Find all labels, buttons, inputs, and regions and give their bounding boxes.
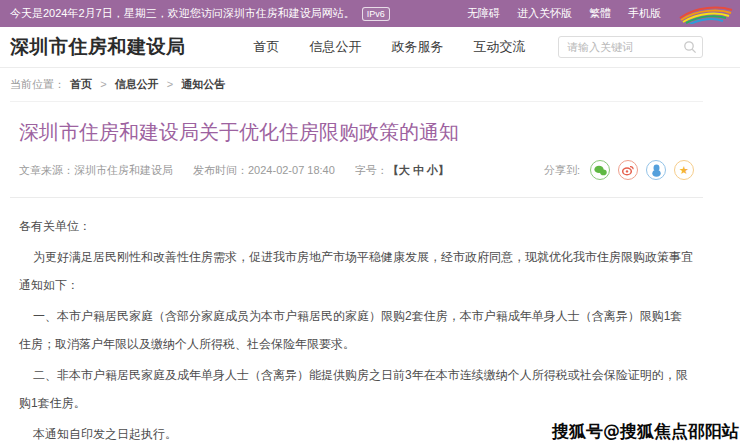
share-favorite-button[interactable]: ★ (674, 160, 694, 180)
breadcrumb: 当前位置： 首页 > 信息公开 > 通知公告 (10, 68, 703, 101)
paragraph-intro: 为更好满足居民刚性和改善性住房需求，促进我市房地产市场平稳健康发展，经市政府同意… (19, 243, 694, 299)
article-source: 文章来源：深圳市住房和建设局 (19, 163, 173, 178)
fontsize-options[interactable]: 【大 中 小】 (388, 164, 449, 176)
ipv6-badge: IPv6 (362, 7, 390, 21)
breadcrumb-separator: > (100, 78, 106, 90)
publish-time: 发布时间：2024-02-07 18:40 (193, 163, 335, 178)
salutation: 各有关单位： (19, 212, 694, 240)
breadcrumb-home[interactable]: 首页 (70, 78, 92, 90)
breadcrumb-notices[interactable]: 通知公告 (181, 78, 225, 90)
traditional-chinese-link[interactable]: 繁體 (589, 6, 611, 21)
topbar: 今天是2024年2月7日，星期三，欢迎您访问深圳市住房和建设局网站。 IPv6 … (0, 0, 740, 27)
search-input[interactable] (558, 36, 703, 58)
search-icon[interactable] (683, 40, 697, 54)
star-icon: ★ (679, 165, 689, 176)
time-value: 2024-02-07 18:40 (248, 164, 335, 176)
share-bar: 分享到: (544, 160, 694, 180)
nav-government-services[interactable]: 政务服务 (392, 38, 444, 56)
site-header: 深圳市住房和建设局 首页 信息公开 政务服务 互动交流 (0, 27, 740, 68)
article-title: 深圳市住房和建设局关于优化住房限购政策的通知 (19, 119, 694, 146)
share-label: 分享到: (544, 163, 580, 178)
accessibility-link[interactable]: 无障碍 (467, 6, 500, 21)
welcome-text: 今天是2024年2月7日，星期三，欢迎您访问深圳市住房和建设局网站。 (10, 6, 355, 21)
fontsize-label: 字号： (355, 164, 388, 176)
rainbow-swoosh-logo-icon (678, 4, 734, 24)
article-meta: 文章来源：深圳市住房和建设局 发布时间：2024-02-07 18:40 字号：… (19, 163, 469, 178)
qq-icon (651, 164, 662, 177)
paragraph-rule-1: 一、本市户籍居民家庭（含部分家庭成员为本市户籍居民的家庭）限购2套住房，本市户籍… (19, 302, 694, 358)
article-meta-row: 文章来源：深圳市住房和建设局 发布时间：2024-02-07 18:40 字号：… (19, 160, 694, 180)
nav-home[interactable]: 首页 (254, 38, 280, 56)
nav-interaction[interactable]: 互动交流 (474, 38, 526, 56)
fontsize-control: 字号：【大 中 小】 (355, 163, 449, 178)
source-value: 深圳市住房和建设局 (74, 164, 173, 176)
weibo-icon (622, 164, 634, 176)
wechat-icon (594, 165, 607, 176)
site-name[interactable]: 深圳市住房和建设局 (10, 34, 186, 60)
time-label: 发布时间： (193, 164, 248, 176)
source-label: 文章来源： (19, 164, 74, 176)
topbar-welcome-area: 今天是2024年2月7日，星期三，欢迎您访问深圳市住房和建设局网站。 IPv6 (10, 6, 390, 21)
main-nav: 首页 信息公开 政务服务 互动交流 (254, 38, 526, 56)
nav-info-disclosure[interactable]: 信息公开 (310, 38, 362, 56)
search-box (558, 36, 703, 58)
watermark: 搜狐号@搜狐焦点邵阳站 (552, 420, 739, 443)
article-body: 各有关单位： 为更好满足居民刚性和改善性住房需求，促进我市房地产市场平稳健康发展… (10, 198, 703, 444)
care-version-link[interactable]: 进入关怀版 (517, 6, 572, 21)
paragraph-rule-2: 二、非本市户籍居民家庭及成年单身人士（含离异）能提供购房之日前3年在本市连续缴纳… (19, 361, 694, 417)
article-header: 深圳市住房和建设局关于优化住房限购政策的通知 文章来源：深圳市住房和建设局 发布… (10, 101, 703, 198)
mobile-version-link[interactable]: 手机版 (628, 6, 661, 21)
share-wechat-button[interactable] (590, 160, 610, 180)
topbar-links: 无障碍 进入关怀版 繁體 手机版 (467, 4, 734, 24)
breadcrumb-info-disclosure[interactable]: 信息公开 (115, 78, 159, 90)
breadcrumb-separator: > (167, 78, 173, 90)
share-qq-button[interactable] (646, 160, 666, 180)
breadcrumb-label: 当前位置： (10, 78, 65, 90)
share-weibo-button[interactable] (618, 160, 638, 180)
content-area: 当前位置： 首页 > 信息公开 > 通知公告 深圳市住房和建设局关于优化住房限购… (10, 68, 703, 444)
